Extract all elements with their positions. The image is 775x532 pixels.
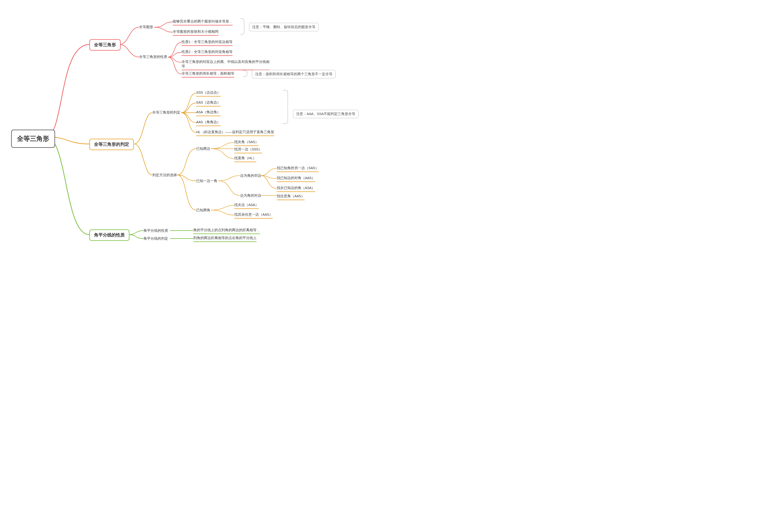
leaf-d1-1: 找已知边的对角（AAS） [277, 175, 315, 182]
leaf-b3s1: 角的平分线上的点到角的两边的距离相等． [193, 227, 260, 234]
d-opposite[interactable]: 边为角的对边 [240, 193, 261, 199]
leaf-b1s1-1: 全等图形的形状和大小都相同 [173, 29, 219, 36]
branch-judgement[interactable]: 全等三角形的判定 [89, 139, 134, 150]
sub-method-choice[interactable]: 判定方法的选择 [152, 173, 177, 179]
leaf-sas: SAS（边角边） [196, 99, 221, 107]
note-transform: 注意：平移、翻转、旋转前后的图形全等 [249, 23, 319, 31]
leaf-b1s2-3: 全等三角形的周长相等，面积相等 [181, 71, 234, 78]
d-adjacent[interactable]: 边为角的邻边 [240, 173, 261, 179]
leaf-b1s2-2: 全等三角形的对应边上的高、中线以及对应角的平分线相等 [181, 59, 270, 70]
branch-congruent-triangle[interactable]: 全等三角形 [89, 39, 121, 51]
brace-icon [240, 18, 244, 35]
leaf-c3-1: 找其余任意一边（AAS） [234, 212, 273, 219]
note-aaa-ssa: 注意：AAA、SSA不能判定三角形全等 [293, 110, 359, 118]
leaf-d2-0: 找任意角（AAS） [277, 193, 305, 200]
leaf-b3s2: 到角的两边距离相等的点在角的平分线上 [193, 235, 257, 242]
brace-icon [283, 90, 288, 124]
leaf-c1-0: 找夹角（SAS） [234, 139, 259, 146]
leaf-d1-0: 找已知角的另一边（SAS） [277, 165, 319, 172]
brace-icon [243, 70, 247, 77]
sub-bisector-judge[interactable]: 角平分线的判定 [143, 236, 168, 242]
leaf-hl: HL（斜边直角边）——该判定只适用于直角三角形 [196, 129, 274, 136]
sub-bisector-prop[interactable]: 角平分线的性质 [143, 228, 168, 234]
branch-bisector[interactable]: 角平分线的性质 [89, 229, 129, 241]
leaf-d1-2: 找夹已知边的角（ASA） [277, 185, 315, 192]
leaf-c1-2: 找直角（HL） [234, 155, 256, 162]
note-area-perimeter: 注意：面积和周长都相等的两个三角形不一定全等 [252, 70, 336, 78]
c-two-sides[interactable]: 已知两边 [196, 146, 210, 152]
root-node[interactable]: 全等三角形 [11, 130, 55, 148]
leaf-aas: AAS（角角边） [196, 119, 221, 126]
leaf-b1s1-0: 能够完全重合的两个图形叫做全等形． [173, 18, 233, 25]
leaf-b1s2-0: 性质1：全等三角形的对应边相等 [181, 39, 233, 46]
c-two-angles[interactable]: 已知两角 [196, 208, 210, 214]
leaf-sss: SSS（边边边） [196, 90, 221, 97]
sub-congruent-props[interactable]: 全等三角形的性质 [139, 54, 167, 60]
leaf-c1-1: 找另一边（SSS） [234, 146, 262, 153]
leaf-asa: ASA（角边角） [196, 109, 221, 116]
c-side-angle[interactable]: 已知一边一角 [196, 179, 217, 184]
sub-congruent-shape[interactable]: 全等图形 [139, 25, 153, 30]
leaf-c3-0: 找夹边（ASA） [234, 202, 259, 209]
sub-judgement-list[interactable]: 全等三角形的判定 [152, 110, 180, 116]
leaf-b1s2-1: 性质2：全等三角形的对应角相等 [181, 49, 233, 56]
